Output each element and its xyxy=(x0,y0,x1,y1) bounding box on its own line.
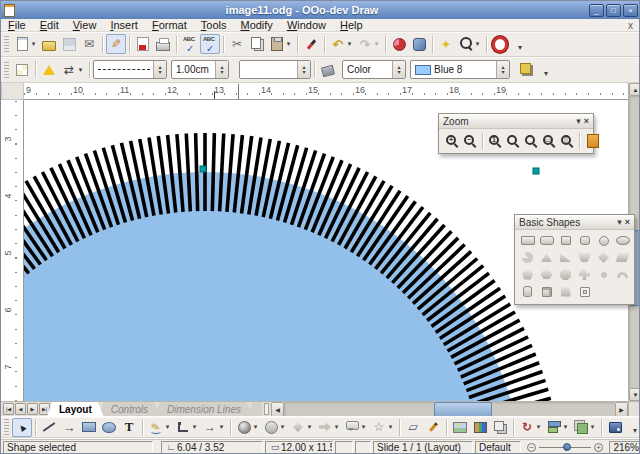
vertical-ruler[interactable]: 34567 xyxy=(1,100,24,401)
menu-format-button[interactable]: Format xyxy=(145,19,194,31)
tab-dimension-lines[interactable]: Dimension Lines xyxy=(155,402,253,417)
scrollbar-track[interactable] xyxy=(284,402,615,417)
paste-button[interactable] xyxy=(267,34,294,54)
panel-close-icon[interactable] xyxy=(584,117,589,126)
stars-button[interactable] xyxy=(369,418,396,437)
square-rounded-button[interactable] xyxy=(576,233,593,248)
regular-pentagon-button[interactable] xyxy=(519,267,536,282)
menu-view-button[interactable]: View xyxy=(66,19,104,31)
entire-page-button[interactable]: ▭ xyxy=(540,132,558,150)
first-slide-button[interactable]: |◀ xyxy=(3,403,14,415)
dropdown-arrow-icon[interactable] xyxy=(333,423,340,431)
objects-3d-button[interactable] xyxy=(234,418,261,437)
right-triangle-button[interactable] xyxy=(557,250,574,265)
tab-layout[interactable]: Layout xyxy=(47,402,104,417)
cylinder-button[interactable] xyxy=(519,284,536,299)
callouts-button[interactable] xyxy=(342,418,369,437)
dropdown-arrow-icon[interactable] xyxy=(562,423,569,431)
scroll-down-button[interactable] xyxy=(629,388,640,401)
dropdown-arrow-icon[interactable] xyxy=(30,40,37,48)
export-pdf-button[interactable] xyxy=(133,34,153,54)
basic-shapes-button[interactable] xyxy=(261,418,288,437)
maximize-button[interactable] xyxy=(606,4,621,17)
dropdown-arrow-icon[interactable] xyxy=(373,40,380,48)
area-style-select[interactable]: Color xyxy=(342,60,406,79)
close-button[interactable] xyxy=(623,4,638,17)
tab-controls[interactable]: Controls xyxy=(99,402,160,417)
page-width-button[interactable]: ▯ xyxy=(558,132,576,150)
slide-indicator[interactable]: Slide 1 / 1 (Layout) xyxy=(373,441,473,454)
object-zoom-button[interactable] xyxy=(583,132,603,150)
menu-edit-button[interactable]: Edit xyxy=(33,19,66,31)
panel-menu-icon[interactable] xyxy=(617,218,622,227)
redo-button[interactable] xyxy=(355,34,382,54)
rectangle-button[interactable] xyxy=(79,418,99,437)
scrollbar-thumb[interactable] xyxy=(434,402,492,417)
selection-handle[interactable] xyxy=(200,166,206,172)
shadow-button[interactable] xyxy=(516,60,536,80)
line-width-input[interactable]: 1.00cm xyxy=(171,60,229,79)
toolbar-grip[interactable] xyxy=(4,36,9,52)
horizontal-scrollbar[interactable] xyxy=(271,402,628,417)
open-button[interactable] xyxy=(39,34,59,54)
folded-corner-button[interactable] xyxy=(557,284,574,299)
zoom-100-button[interactable]: 1 xyxy=(486,132,504,150)
dropdown-arrow-icon[interactable] xyxy=(285,40,292,48)
ellipse-button[interactable] xyxy=(99,418,119,437)
dropdown-arrow-icon[interactable] xyxy=(346,40,353,48)
rotate-button[interactable] xyxy=(517,418,544,437)
insert-gallery-button[interactable] xyxy=(470,418,490,437)
points-button[interactable] xyxy=(403,418,423,437)
ellipse-button[interactable] xyxy=(614,233,631,248)
styles-button[interactable] xyxy=(12,60,32,80)
menu-file-button[interactable]: File xyxy=(1,19,33,31)
zoom-slider[interactable] xyxy=(523,441,607,454)
alignment-button[interactable] xyxy=(544,418,571,437)
dropdown-arrow-icon[interactable] xyxy=(589,423,596,431)
symbol-shapes-button[interactable] xyxy=(288,418,315,437)
hexagon-button[interactable] xyxy=(538,267,555,282)
basic-shapes-floating-toolbar[interactable]: Basic Shapes xyxy=(514,214,635,305)
navigator-button[interactable] xyxy=(409,34,429,54)
zoom-previous-button[interactable] xyxy=(504,132,522,150)
diamond-button[interactable] xyxy=(595,250,612,265)
zoom-floating-toolbar[interactable]: Zoom +−1▭▯ xyxy=(438,113,594,154)
copy-button[interactable] xyxy=(247,34,267,54)
toolbar-overflow-button[interactable] xyxy=(536,60,556,80)
gallery-button[interactable] xyxy=(436,34,456,54)
curve-button[interactable] xyxy=(146,418,173,437)
zoom-slider-track[interactable] xyxy=(539,447,591,448)
help-button[interactable] xyxy=(490,34,510,54)
chart-button[interactable] xyxy=(389,34,409,54)
ring-button[interactable] xyxy=(595,267,612,282)
spinner-icon[interactable] xyxy=(215,61,228,78)
zoom-button[interactable] xyxy=(456,34,483,54)
spinner-icon[interactable] xyxy=(496,61,509,78)
horizontal-ruler[interactable]: 910111213141516171819 xyxy=(24,83,628,100)
insert-picture-button[interactable] xyxy=(450,418,470,437)
line-style-select[interactable] xyxy=(93,60,167,79)
toolbar-grip[interactable] xyxy=(4,62,9,78)
close-document-button[interactable]: x xyxy=(620,20,640,31)
selection-handle[interactable] xyxy=(533,168,539,174)
block-arc-button[interactable] xyxy=(614,267,631,282)
save-button[interactable] xyxy=(59,34,79,54)
interaction-button[interactable] xyxy=(605,418,625,437)
toolbar-overflow-button[interactable] xyxy=(625,418,640,437)
lines-arrows-button[interactable] xyxy=(200,418,227,437)
circle-button[interactable] xyxy=(595,233,612,248)
previous-slide-button[interactable]: ◀ xyxy=(15,403,26,415)
cut-button[interactable] xyxy=(227,34,247,54)
next-slide-button[interactable]: ▶ xyxy=(27,403,38,415)
zoom-out-icon[interactable] xyxy=(527,443,536,452)
dropdown-arrow-icon[interactable] xyxy=(306,423,313,431)
dropdown-arrow-icon[interactable] xyxy=(360,423,367,431)
text-button[interactable] xyxy=(119,418,139,437)
spellcheck-button[interactable] xyxy=(180,34,200,54)
area-button[interactable] xyxy=(318,60,338,80)
panel-close-icon[interactable] xyxy=(625,218,630,227)
minimize-button[interactable] xyxy=(589,4,604,17)
dropdown-arrow-icon[interactable] xyxy=(474,40,481,48)
autospellcheck-button[interactable] xyxy=(200,34,220,54)
zoom-in-button[interactable]: + xyxy=(443,132,461,150)
